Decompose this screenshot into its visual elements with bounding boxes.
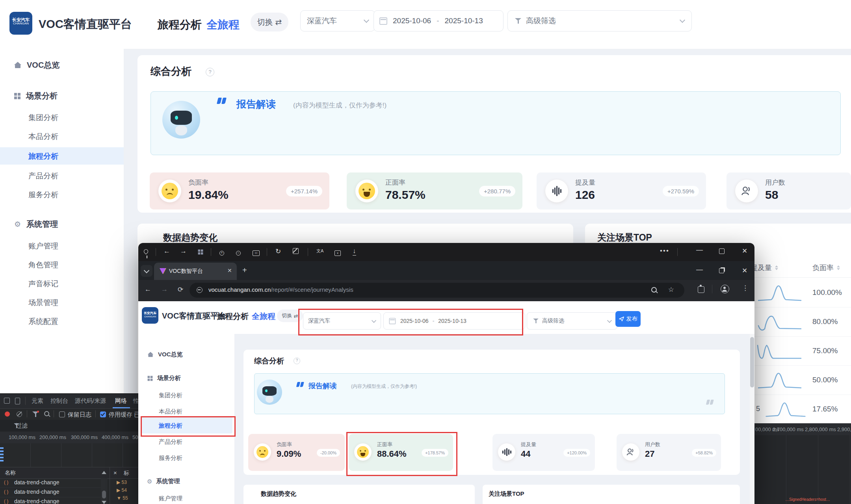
request-row[interactable]: ( ) data-trend-change <box>0 478 101 488</box>
sidebar-item-product-analysis[interactable]: 产品分析 <box>159 438 182 446</box>
advanced-filter-select[interactable]: 高级筛选 <box>507 10 692 32</box>
scrollbar-thumb[interactable] <box>750 337 754 387</box>
help-icon[interactable]: ? <box>206 68 214 76</box>
sidebar-item-product-self[interactable]: 本品分析 <box>159 408 182 415</box>
tree-item[interactable]: ▶ 54 <box>117 487 127 493</box>
translate-icon[interactable]: 文A <box>316 248 323 254</box>
date-range-picker[interactable]: 2025-10-06 - 2025-10-13 <box>373 10 504 32</box>
devtools-tab-sources[interactable]: 源代码/来源 <box>75 397 106 405</box>
sidebar-group-system[interactable]: ⚙系统管理 <box>147 478 180 485</box>
disable-cache-checkbox[interactable] <box>100 411 106 417</box>
close-icon[interactable]: × <box>113 469 117 476</box>
window-minimize-icon[interactable]: — <box>696 266 703 274</box>
scope-link[interactable]: 全旅程 <box>206 17 240 32</box>
tree-item[interactable]: ▼ 55 <box>117 495 128 501</box>
table-row[interactable]: 80.00% <box>751 307 851 337</box>
table-header-negative[interactable]: 负面率 <box>812 263 840 272</box>
preserve-log-label[interactable]: 保留日志 <box>68 411 91 419</box>
devtools-tab-console[interactable]: 控制台 <box>50 397 68 405</box>
disable-cache-label[interactable]: 停用缓存 <box>109 411 132 419</box>
pin-icon[interactable] <box>144 248 148 258</box>
omnibox[interactable]: vocuat.changan.com.cn/report/#/scene/jou… <box>190 283 684 298</box>
scrollbar-thumb[interactable] <box>102 491 106 498</box>
sidebar-item-voc-overview[interactable]: VOC总览 <box>14 60 59 70</box>
ocr-select-icon[interactable]: x <box>334 248 341 256</box>
device-toolbar-icon[interactable] <box>15 398 20 404</box>
forward-icon[interactable]: → <box>180 247 187 255</box>
download-icon[interactable]: ↓ <box>353 247 356 256</box>
browser-tab[interactable]: VOC数智平台 ✕ <box>154 263 237 280</box>
profile-avatar[interactable] <box>721 285 729 293</box>
devtools-overview-strip[interactable] <box>0 443 138 467</box>
sidebar-item-account-mgmt[interactable]: 账户管理 <box>28 241 58 251</box>
rotate-icon[interactable]: ↻ <box>275 247 281 256</box>
switch-button[interactable]: 切换⇄ <box>251 13 288 32</box>
tab-search-button[interactable] <box>141 265 152 277</box>
tab-title: VOC数智平台 <box>169 268 203 275</box>
advanced-filter-select[interactable]: 高级筛选 <box>527 312 617 330</box>
sidebar-item-system-config[interactable]: 系统配置 <box>28 317 58 327</box>
table-header-mentions[interactable]: 提及量 <box>751 263 778 272</box>
table-row[interactable]: 100.00% <box>751 278 851 308</box>
sidebar-group-scene[interactable]: 场景分析 <box>14 91 58 101</box>
back-icon[interactable]: ← <box>164 247 170 255</box>
nav-forward-icon[interactable]: → <box>161 285 168 293</box>
record-button[interactable] <box>5 411 10 417</box>
zoom-out-icon[interactable]: − <box>236 248 241 256</box>
inspect-icon[interactable] <box>4 398 10 404</box>
sidebar-item-product-analysis[interactable]: 产品分析 <box>28 171 58 181</box>
scroll-up-icon[interactable] <box>102 471 106 474</box>
sidebar-item-service-analysis[interactable]: 服务分析 <box>159 454 182 462</box>
sidebar-item-voice-tag[interactable]: 声音标记 <box>28 279 58 289</box>
bookmark-star-icon[interactable]: ☆ <box>668 285 674 294</box>
preserve-log-checkbox[interactable] <box>59 411 65 417</box>
request-row[interactable]: ( ) data-trend-change <box>0 487 101 497</box>
filter-input[interactable]: 过滤 <box>16 422 28 430</box>
nav-back-icon[interactable]: ← <box>145 285 151 293</box>
new-tab-icon[interactable]: + <box>242 266 247 275</box>
sidebar-item-voc-overview[interactable]: VOC总览 <box>147 351 183 358</box>
brand-select[interactable]: 深蓝汽车 <box>300 10 375 32</box>
browser-menu-icon[interactable]: ⋮ <box>742 284 749 292</box>
zoom-in-icon[interactable]: + <box>219 248 224 256</box>
name-column-header[interactable]: 名称 <box>0 467 138 479</box>
minimize-icon[interactable]: — <box>696 246 703 254</box>
sidebar-group-system[interactable]: ⚙系统管理 <box>14 219 58 230</box>
sidebar-item-account-mgmt[interactable]: 账户管理 <box>159 495 182 502</box>
help-icon[interactable]: ? <box>294 358 300 364</box>
sidebar-item-group-analysis[interactable]: 集团分析 <box>28 113 58 123</box>
page-scrollbar[interactable] <box>750 334 754 504</box>
publish-button[interactable]: 发布 <box>615 311 641 327</box>
table-row[interactable]: 50.00% <box>751 365 851 395</box>
sidebar-group-scene[interactable]: 场景分析 <box>147 374 181 382</box>
sidebar-item-group-analysis[interactable]: 集团分析 <box>159 392 182 399</box>
sidebar-item-service-analysis[interactable]: 服务分析 <box>28 190 58 200</box>
tree-item[interactable]: ▶ 53 <box>117 480 127 485</box>
edit-icon[interactable] <box>293 248 299 256</box>
window-close-icon[interactable]: ✕ <box>742 267 747 275</box>
site-info-icon[interactable] <box>197 287 203 293</box>
window-restore-icon[interactable] <box>719 267 724 275</box>
reload-icon[interactable]: ⟳ <box>178 285 183 294</box>
devtools-tab-elements[interactable]: 元素 <box>32 397 43 405</box>
devtools-scrollbar[interactable] <box>101 478 107 504</box>
scroll-down-icon[interactable] <box>102 501 106 504</box>
zoom-level-icon[interactable] <box>651 287 657 293</box>
actual-size-icon[interactable]: I:I <box>253 248 260 256</box>
tab-close-icon[interactable]: ✕ <box>227 267 232 274</box>
devtools-tab-network[interactable]: 网络 <box>115 397 127 405</box>
browser-window[interactable]: ← → + − I:I ↻ 文A x ↓ ••• — ✕ VOC数智平台 ✕ +… <box>138 243 754 504</box>
table-row[interactable]: 75.00% <box>751 336 851 366</box>
sidebar-item-journey-analysis[interactable]: 旅程分析 <box>28 151 58 161</box>
table-row[interactable]: 5 17.65% <box>751 395 851 423</box>
extensions-icon[interactable] <box>698 286 704 293</box>
scope-link[interactable]: 全旅程 <box>252 311 275 322</box>
sidebar-item-scene-mgmt[interactable]: 场景管理 <box>28 298 58 308</box>
request-row[interactable]: ( ) data-trend-change <box>0 497 101 504</box>
apps-grid-icon[interactable] <box>197 249 204 257</box>
maximize-icon[interactable] <box>719 248 725 256</box>
sidebar-item-role-mgmt[interactable]: 角色管理 <box>28 260 58 270</box>
more-options-icon[interactable]: ••• <box>660 247 669 255</box>
close-icon[interactable]: ✕ <box>742 247 747 255</box>
sidebar-item-product-self[interactable]: 本品分析 <box>28 132 58 142</box>
